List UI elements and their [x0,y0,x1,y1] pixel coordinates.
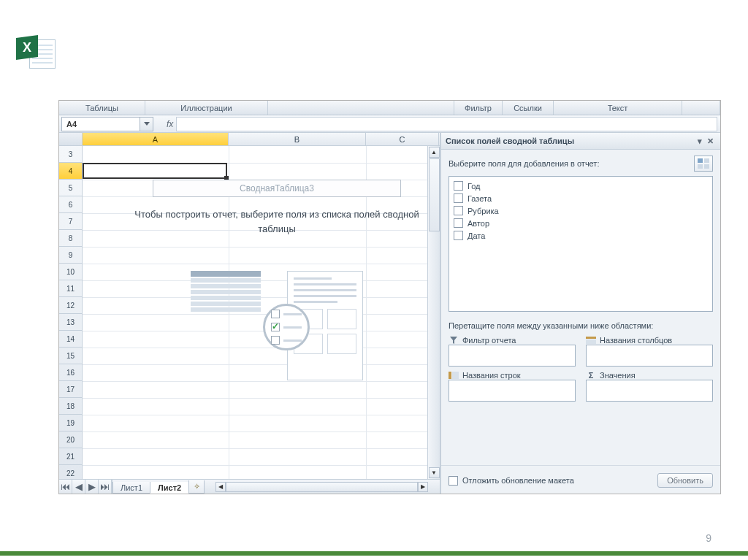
sheet-nav-prev[interactable]: ◀ [72,480,85,494]
row-header[interactable]: 11 [59,280,82,297]
row-header[interactable]: 7 [59,213,82,230]
zone-report-filter[interactable] [449,345,576,367]
row-headers: 3 4 5 6 7 8 9 10 11 12 13 14 15 16 [59,146,83,479]
col-header-A[interactable]: A [83,133,229,145]
row-header[interactable]: 14 [59,331,82,348]
row-header[interactable]: 20 [59,431,82,448]
checkbox-icon[interactable] [454,206,463,215]
svg-rect-0 [698,158,703,163]
active-cell[interactable] [83,163,227,179]
funnel-icon [449,336,459,345]
zone-column-labels[interactable] [586,345,713,367]
sheet-nav-buttons: ⏮ ◀ ▶ ⏭ [59,480,112,494]
zone-label-row-labels: Названия строк [449,371,576,380]
field-item[interactable]: Газета [454,192,708,204]
col-header-C[interactable]: C [366,133,439,145]
sheet-nav-first[interactable]: ⏮ [59,480,72,494]
formula-bar-row: A4 fx [59,115,720,133]
sheet-tab-1[interactable]: Лист1 [112,482,150,494]
update-button[interactable]: Обновить [657,473,713,488]
choose-fields-label: Выберите поля для добавления в отчет: [449,159,599,168]
name-box-dropdown[interactable] [140,117,153,131]
ribbon-group-text: Текст [554,101,682,115]
row-header[interactable]: 3 [59,146,82,163]
select-all-corner[interactable] [59,133,83,145]
sheet-nav-next[interactable]: ▶ [85,480,99,494]
scroll-left-arrow[interactable]: ◀ [215,482,226,492]
checkbox-icon[interactable] [454,181,463,191]
row-header[interactable]: 13 [59,314,82,331]
magnifier-icon [263,304,310,350]
row-header[interactable]: 22 [59,465,82,479]
name-box[interactable]: A4 [61,117,140,131]
svg-rect-7 [452,372,459,379]
formula-input[interactable] [176,117,717,131]
hscroll-thumb[interactable] [226,482,418,492]
pane-close-icon[interactable]: ✕ [705,136,716,147]
vscroll-thumb[interactable] [429,158,440,231]
field-item[interactable]: Дата [454,229,708,242]
row-header[interactable]: 8 [59,230,82,247]
svg-rect-3 [704,164,709,169]
row-header[interactable]: 4 [59,163,82,180]
zone-label-values: ΣЗначения [586,371,713,380]
excel-window: Таблицы Иллюстрации Фильтр Ссылки Текст … [58,100,721,494]
field-item[interactable]: Автор [454,217,708,229]
zone-row-labels[interactable] [449,380,576,402]
ribbon-group-tables: Таблицы [59,101,145,115]
svg-rect-4 [586,337,596,339]
scroll-down-arrow[interactable]: ▼ [429,467,440,478]
sheet-tab-2[interactable]: Лист2 [150,482,189,494]
field-item[interactable]: Рубрика [454,204,708,217]
drag-fields-label: Перетащите поля между указанными ниже об… [449,321,713,331]
field-label: Газета [468,194,492,203]
ribbon-group-links: Ссылки [503,101,554,115]
row-header[interactable]: 21 [59,448,82,465]
sheet-tab-new[interactable]: ✧ [188,480,205,494]
zone-values[interactable] [586,380,713,402]
field-list: Год Газета Рубрика Автор Дата [449,176,713,312]
field-item[interactable]: Год [454,180,708,192]
pane-title: Список полей сводной таблицы [446,137,574,145]
pane-layout-button[interactable] [694,156,713,172]
col-header-B[interactable]: B [229,133,366,145]
scroll-right-arrow[interactable]: ▶ [418,482,428,492]
ribbon-group-illustrations: Иллюстрации [145,101,268,115]
row-header[interactable]: 18 [59,398,82,415]
sigma-icon: Σ [586,371,596,380]
zone-label-report-filter: Фильтр отчета [449,336,576,345]
checkbox-icon[interactable] [454,218,463,228]
row-header[interactable]: 5 [59,180,82,196]
defer-label: Отложить обновление макета [462,476,574,485]
svg-rect-1 [704,158,709,163]
row-header[interactable]: 16 [59,364,82,381]
worksheet-area: A B C 3 4 5 6 7 8 9 10 11 12 [59,133,440,494]
svg-rect-6 [449,372,451,379]
field-label: Рубрика [468,207,499,215]
cell-grid[interactable]: СводнаяТаблица3 Чтобы построить отчет, в… [83,146,427,479]
field-label: Дата [468,231,485,240]
defer-checkbox[interactable] [449,476,458,486]
pane-menu-icon[interactable]: ▾ [694,136,705,147]
row-header[interactable]: 10 [59,264,82,280]
row-header[interactable]: 17 [59,381,82,398]
pivot-field-pane: Список полей сводной таблицы ▾ ✕ Выберит… [440,133,720,494]
ribbon-group-spacer [268,101,454,115]
field-label: Автор [468,219,489,228]
scroll-up-arrow[interactable]: ▲ [429,147,440,158]
zone-label-column-labels: Названия столбцов [586,336,713,345]
row-header[interactable]: 6 [59,196,82,213]
row-header[interactable]: 12 [59,297,82,314]
checkbox-icon[interactable] [454,193,463,203]
pivot-illustration-report [287,271,363,380]
rows-icon [449,371,459,380]
checkbox-icon[interactable] [454,231,463,240]
horizontal-scrollbar[interactable]: ◀ ▶ [215,482,428,492]
sheet-nav-last[interactable]: ⏭ [99,480,112,494]
row-header[interactable]: 19 [59,415,82,431]
vertical-scrollbar[interactable]: ▲ ▼ [427,146,440,479]
pivot-illustration-table [191,271,261,312]
row-header[interactable]: 9 [59,247,82,264]
row-header[interactable]: 15 [59,348,82,364]
fx-label[interactable]: fx [167,119,173,129]
